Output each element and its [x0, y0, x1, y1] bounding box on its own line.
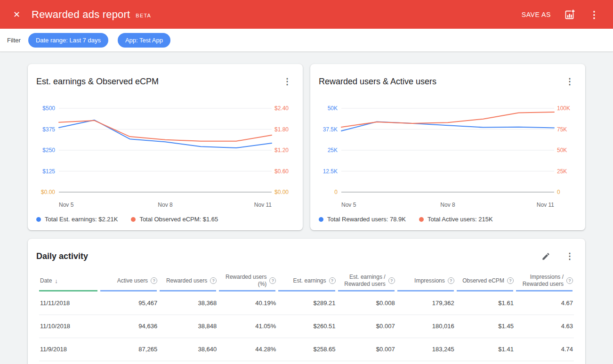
- table-row: 11/10/201894,63638,84841.05%$260.51$0.00…: [39, 315, 574, 338]
- help-icon[interactable]: ?: [448, 277, 454, 284]
- app-header: ✕ Rewarded ads report BETA SAVE AS ⋮: [0, 0, 613, 29]
- save-as-button[interactable]: SAVE AS: [522, 11, 551, 18]
- value-cell: $1.45: [455, 315, 515, 338]
- legend-label: Total Active users: 215K: [427, 216, 493, 223]
- filter-bar: Filter Date range: Last 7 daysApp: Test …: [0, 29, 613, 52]
- help-icon[interactable]: ?: [151, 277, 157, 284]
- column-label: Active users: [117, 277, 148, 284]
- axis-tick-label: 0: [557, 189, 581, 195]
- legend-item: Total Observed eCPM: $1.65: [131, 216, 218, 223]
- pencil-glyph: [541, 252, 550, 261]
- value-cell: 183,245: [396, 338, 455, 361]
- column-label: Est. earnings: [293, 277, 326, 284]
- column-label: Impressions /Rewarded users: [523, 274, 564, 288]
- column-label: Rewarded users: [166, 277, 207, 284]
- column-header-observed-ecpm[interactable]: Observed eCPM?: [455, 270, 515, 291]
- help-icon[interactable]: ?: [566, 277, 573, 284]
- column-header-impressions[interactable]: Impressions?: [396, 270, 455, 291]
- value-cell: 4.67: [515, 291, 574, 315]
- axis-tick-label: 0: [315, 189, 338, 195]
- value-cell: 38,368: [158, 291, 218, 315]
- charts-row: Est. earnings & Observed eCPM ⋮ $500$375…: [28, 64, 585, 230]
- rewarded-active-users-chart: 50K37.5K25K12.5K0 100K75K50K25K0 Nov 5No…: [315, 102, 581, 209]
- x-axis-label: Nov 8: [440, 202, 455, 208]
- kebab-menu-icon[interactable]: ⋮: [588, 8, 601, 21]
- date-cell: 11/9/2018: [39, 338, 99, 361]
- add-report-glyph: [564, 9, 575, 20]
- value-cell: $258.65: [277, 338, 336, 361]
- table-actions: ⋮: [540, 250, 577, 263]
- sort-desc-icon[interactable]: ↓: [55, 277, 58, 284]
- axis-tick-label: 25K: [315, 147, 338, 154]
- page-title: Rewarded ads report: [32, 8, 130, 21]
- value-cell: 4.74: [515, 338, 574, 361]
- rewarded-active-users-card: Rewarded users & Active users ⋮ 50K37.5K…: [310, 64, 585, 230]
- column-header-est-earnings[interactable]: Est. earnings?: [277, 270, 336, 291]
- legend-label: Total Observed eCPM: $1.65: [139, 216, 218, 223]
- daily-activity-card: Daily activity ⋮ Date↓Active users?Rewar…: [28, 239, 585, 364]
- date-cell: 11/10/2018: [39, 315, 99, 338]
- axis-tick-label: $1.20: [274, 147, 298, 154]
- x-axis-labels: Nov 5Nov 8Nov 11: [59, 202, 272, 209]
- daily-activity-table: Date↓Active users?Rewarded users?Rewarde…: [39, 270, 574, 364]
- x-axis-labels: Nov 5Nov 8Nov 11: [341, 202, 554, 209]
- report-content: Est. earnings & Observed eCPM ⋮ $500$375…: [0, 52, 613, 364]
- column-header-rewarded-users[interactable]: Rewarded users(%)?: [218, 270, 277, 291]
- value-cell: $0.007: [337, 338, 396, 361]
- chart-plot-area: [59, 108, 272, 192]
- value-cell: 180,016: [396, 315, 455, 338]
- earnings-ecpm-card: Est. earnings & Observed eCPM ⋮ $500$375…: [28, 64, 303, 230]
- column-label: Observed eCPM: [462, 277, 504, 284]
- x-axis-label: Nov 5: [59, 202, 73, 208]
- legend-item: Total Rewarded users: 78.9K: [319, 216, 406, 223]
- axis-tick-label: $375: [32, 126, 55, 133]
- value-cell: $260.51: [277, 315, 336, 338]
- help-icon[interactable]: ?: [507, 277, 514, 284]
- column-label: Date: [40, 277, 52, 284]
- help-icon[interactable]: ?: [329, 277, 336, 284]
- column-header-rewarded-users[interactable]: Rewarded users?: [158, 270, 218, 291]
- axis-tick-label: $2.40: [274, 105, 298, 112]
- earnings-ecpm-chart: $500$375$250$125$0.00 $2.40$1.80$1.20$0.…: [32, 102, 298, 209]
- date-cell: 11/11/2018: [39, 291, 99, 315]
- filter-chip-0[interactable]: Date range: Last 7 days: [28, 33, 108, 48]
- value-cell: 38,640: [158, 338, 218, 361]
- filter-label: Filter: [7, 37, 21, 44]
- value-cell: 179,362: [396, 291, 455, 315]
- right-axis-labels: $2.40$1.80$1.20$0.60$0.00: [274, 108, 298, 192]
- chart-kebab-menu-icon[interactable]: ⋮: [563, 75, 577, 88]
- axis-tick-label: 25K: [557, 168, 581, 175]
- chart-title: Est. earnings & Observed eCPM: [36, 77, 159, 87]
- legend-dot: [419, 217, 424, 222]
- beta-badge: BETA: [136, 13, 151, 18]
- chart-legend: Total Rewarded users: 78.9KTotal Active …: [310, 209, 585, 223]
- close-icon[interactable]: ✕: [11, 8, 22, 21]
- column-header-impressions-rewarded-users[interactable]: Impressions /Rewarded users?: [515, 270, 574, 291]
- help-icon[interactable]: ?: [269, 277, 276, 284]
- help-icon[interactable]: ?: [388, 277, 395, 284]
- axis-tick-label: 100K: [557, 105, 581, 112]
- legend-dot: [319, 217, 323, 222]
- chart-plot-area: [341, 108, 554, 192]
- left-axis-labels: $500$375$250$125$0.00: [32, 108, 55, 192]
- chart-kebab-menu-icon[interactable]: ⋮: [280, 75, 294, 88]
- add-report-icon[interactable]: [562, 7, 577, 22]
- axis-tick-label: $500: [32, 105, 55, 112]
- legend-item: Total Est. earnings: $2.21K: [36, 216, 118, 223]
- axis-tick-label: $1.80: [274, 126, 298, 133]
- table-kebab-menu-icon[interactable]: ⋮: [563, 250, 577, 262]
- column-header-active-users[interactable]: Active users?: [99, 270, 158, 291]
- legend-item: Total Active users: 215K: [419, 216, 493, 223]
- table-row: 11/9/201887,26538,64044.28%$258.65$0.007…: [39, 338, 574, 361]
- column-header-date[interactable]: Date↓: [39, 270, 99, 291]
- table-row: 11/11/201895,46738,36840.19%$289.21$0.00…: [39, 291, 574, 315]
- help-icon[interactable]: ?: [210, 277, 217, 284]
- value-cell: 87,265: [99, 338, 158, 361]
- table-header-row: Date↓Active users?Rewarded users?Rewarde…: [39, 270, 574, 291]
- column-header-est-earnings-rewarded-users[interactable]: Est. earnings /Rewarded users?: [337, 270, 396, 291]
- value-cell: 41.05%: [218, 315, 277, 338]
- x-axis-label: Nov 5: [341, 202, 356, 208]
- edit-pencil-icon[interactable]: [540, 250, 552, 263]
- filter-chip-1[interactable]: App: Test App: [118, 33, 170, 48]
- axis-tick-label: 37.5K: [315, 126, 338, 133]
